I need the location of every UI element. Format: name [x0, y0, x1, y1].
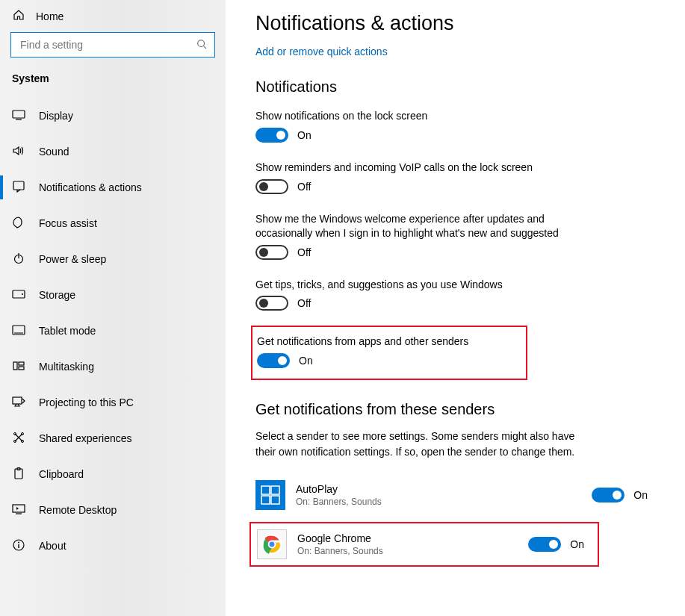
sender-autoplay[interactable]: AutoPlay On: Banners, Sounds On — [255, 476, 655, 514]
svg-rect-12 — [19, 362, 24, 365]
sidebar: Home System Display Sound Notif — [0, 0, 226, 616]
home-icon — [12, 9, 25, 23]
senders-description: Select a sender to see more settings. So… — [255, 429, 584, 459]
sidebar-item-tablet-mode[interactable]: Tablet mode — [0, 313, 226, 349]
setting-label: Show me the Windows welcome experience a… — [255, 212, 577, 240]
setting-label: Show reminders and incoming VoIP calls o… — [255, 161, 577, 175]
multitasking-icon — [12, 360, 25, 374]
sidebar-item-storage[interactable]: Storage — [0, 277, 226, 313]
section-senders: Get notifications from these senders — [255, 401, 655, 418]
autoplay-icon — [255, 480, 285, 510]
setting-reminders-voip: Show reminders and incoming VoIP calls o… — [255, 158, 655, 197]
toggle-reminders-voip[interactable] — [255, 179, 288, 194]
sidebar-item-focus-assist[interactable]: Focus assist — [0, 205, 226, 241]
sidebar-item-sound[interactable]: Sound — [0, 134, 226, 169]
main-content: Notifications & actions Add or remove qu… — [226, 0, 685, 616]
sidebar-item-label: About — [39, 540, 66, 552]
setting-label: Show notifications on the lock screen — [255, 109, 577, 123]
toggle-state: Off — [297, 181, 311, 193]
display-icon — [12, 110, 25, 122]
setting-label: Get tips, tricks, and suggestions as you… — [255, 278, 577, 292]
svg-rect-26 — [261, 486, 270, 494]
svg-point-25 — [18, 541, 19, 543]
search-wrap — [0, 29, 226, 66]
sidebar-item-label: Sound — [39, 146, 69, 158]
sidebar-item-label: Clipboard — [39, 468, 84, 480]
sidebar-item-label: Shared experiences — [39, 432, 132, 444]
svg-rect-28 — [261, 496, 270, 504]
sidebar-item-label: Projecting to this PC — [39, 396, 134, 408]
setting-tips-tricks: Get tips, tricks, and suggestions as you… — [255, 275, 655, 314]
toggle-tips-tricks[interactable] — [255, 296, 288, 311]
notifications-icon — [12, 181, 25, 195]
toggle-state: Off — [297, 297, 311, 309]
sidebar-nav: Display Sound Notifications & actions Fo… — [0, 98, 226, 616]
focus-assist-icon — [12, 217, 25, 231]
sidebar-item-shared-experiences[interactable]: Shared experiences — [0, 420, 226, 456]
toggle-state: On — [570, 538, 584, 550]
setting-lock-screen-notifications: Show notifications on the lock screen On — [255, 106, 655, 146]
sidebar-item-display[interactable]: Display — [0, 98, 226, 134]
search-box[interactable] — [10, 32, 215, 57]
toggle-notifications-from-apps[interactable] — [257, 353, 290, 368]
svg-rect-13 — [19, 367, 24, 370]
sidebar-item-projecting[interactable]: Projecting to this PC — [0, 385, 226, 420]
svg-rect-14 — [13, 397, 22, 404]
sidebar-item-label: Notifications & actions — [39, 181, 142, 193]
sidebar-item-label: Multitasking — [39, 361, 94, 373]
sidebar-item-about[interactable]: About — [0, 528, 226, 564]
svg-line-1 — [204, 46, 207, 49]
sender-google-chrome[interactable]: Google Chrome On: Banners, Sounds On — [257, 529, 592, 559]
sender-sub: On: Banners, Sounds — [296, 497, 592, 507]
sidebar-item-clipboard[interactable]: Clipboard — [0, 456, 226, 492]
home-label: Home — [36, 10, 63, 22]
sidebar-item-label: Storage — [39, 289, 75, 301]
about-icon — [12, 539, 25, 553]
svg-rect-29 — [271, 496, 279, 504]
sidebar-item-multitasking[interactable]: Multitasking — [0, 349, 226, 385]
sender-info: Google Chrome On: Banners, Sounds — [297, 532, 528, 556]
sidebar-item-remote-desktop[interactable]: Remote Desktop — [0, 492, 226, 528]
remote-desktop-icon — [12, 504, 25, 517]
toggle-state: Off — [297, 246, 311, 258]
sound-icon — [12, 146, 25, 158]
svg-rect-27 — [271, 486, 279, 494]
toggle-lock-screen-notifications[interactable] — [255, 128, 288, 143]
search-input[interactable] — [19, 38, 196, 52]
sidebar-group-title: System — [0, 66, 226, 98]
section-notifications: Notifications — [255, 78, 655, 96]
svg-point-0 — [198, 40, 205, 46]
svg-point-8 — [22, 293, 23, 295]
sender-name: AutoPlay — [296, 483, 592, 495]
sidebar-item-label: Focus assist — [39, 217, 97, 229]
svg-rect-11 — [13, 362, 17, 370]
chrome-icon — [257, 529, 287, 559]
toggle-state: On — [297, 129, 311, 141]
toggle-state: On — [299, 355, 313, 367]
sidebar-item-label: Tablet mode — [39, 325, 96, 337]
toggle-welcome-experience[interactable] — [255, 245, 288, 260]
projecting-icon — [12, 396, 25, 409]
toggle-sender-chrome[interactable] — [528, 537, 561, 552]
sender-name: Google Chrome — [297, 532, 528, 544]
search-icon — [196, 39, 207, 52]
power-icon — [12, 252, 25, 267]
highlight-get-notifications-apps: Get notifications from apps and other se… — [251, 326, 527, 380]
sidebar-item-label: Display — [39, 110, 73, 122]
shared-icon — [12, 432, 25, 446]
sidebar-item-label: Remote Desktop — [39, 504, 117, 516]
clipboard-icon — [12, 467, 25, 482]
tablet-icon — [12, 325, 25, 337]
sidebar-item-label: Power & sleep — [39, 253, 106, 265]
quick-actions-link[interactable]: Add or remove quick actions — [255, 46, 655, 57]
storage-icon — [12, 289, 25, 301]
page-title: Notifications & actions — [255, 12, 655, 35]
svg-rect-2 — [13, 111, 25, 118]
svg-rect-4 — [13, 181, 24, 190]
sender-info: AutoPlay On: Banners, Sounds — [296, 483, 592, 507]
toggle-sender-autoplay[interactable] — [592, 488, 624, 503]
setting-welcome-experience: Show me the Windows welcome experience a… — [255, 209, 655, 263]
sidebar-item-power-sleep[interactable]: Power & sleep — [0, 241, 226, 277]
sidebar-home[interactable]: Home — [0, 0, 226, 29]
sidebar-item-notifications[interactable]: Notifications & actions — [0, 169, 226, 205]
